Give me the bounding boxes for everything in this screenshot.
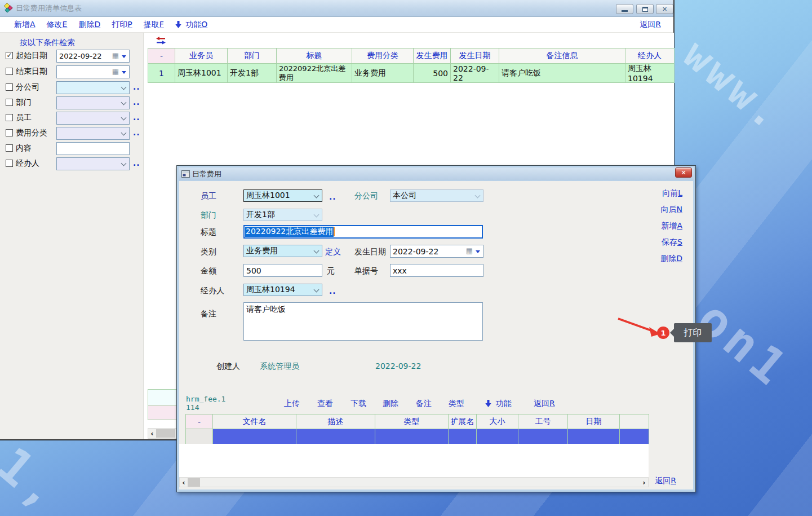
table-cell-amount[interactable]: 500 — [414, 64, 451, 83]
start-date-input[interactable]: 2022-09-22▦ — [56, 50, 130, 63]
handler-more-link[interactable]: .. — [133, 158, 140, 167]
table-cell-title[interactable]: 20220922北京出差费用 — [277, 64, 352, 83]
attachment-row-cell[interactable] — [477, 429, 518, 444]
department-checkbox[interactable] — [6, 99, 13, 106]
table-cell-salesperson[interactable]: 周玉林1001 — [175, 64, 228, 83]
chevron-down-icon[interactable] — [314, 193, 320, 199]
table-cell-department[interactable]: 开发1部 — [228, 64, 277, 83]
chevron-down-icon[interactable] — [121, 85, 127, 90]
define-link[interactable]: 定义 — [325, 247, 341, 257]
scrollbar-thumb[interactable] — [156, 429, 175, 438]
content-input[interactable] — [56, 142, 130, 155]
dropdown-arrow-icon[interactable] — [122, 55, 126, 58]
column-header: 文件名 — [213, 414, 296, 429]
nav-next-button[interactable]: 向后N — [661, 205, 682, 215]
attachment-row-cell[interactable] — [620, 429, 649, 444]
scroll-left-icon[interactable]: ‹ — [148, 430, 156, 437]
table-cell-date[interactable]: 2022-09-22 — [451, 64, 499, 83]
handler-checkbox[interactable] — [6, 160, 13, 167]
employee-more-link[interactable]: .. — [329, 192, 336, 201]
main-title-bar[interactable]: 日常费用清单信息表 ✕ — [0, 0, 673, 17]
employee-select[interactable] — [56, 112, 130, 125]
attach-function-menu-button[interactable]: 功能 — [485, 399, 511, 409]
print-button[interactable]: 打印P — [112, 20, 132, 30]
maximize-button[interactable] — [636, 4, 654, 14]
chevron-down-icon[interactable] — [121, 130, 127, 136]
dialog-title-bar[interactable]: 日常费用 — [179, 167, 694, 180]
branch-more-link[interactable]: .. — [133, 82, 140, 91]
attach-type-button[interactable]: 类型 — [449, 399, 464, 409]
column-header: 业务员 — [175, 48, 228, 64]
handler-select[interactable] — [56, 157, 130, 170]
attach-return-button[interactable]: 返回R — [534, 399, 555, 409]
table-cell-note[interactable]: 请客户吃饭 — [499, 64, 625, 83]
attachment-row-cell[interactable] — [186, 429, 213, 444]
attachment-row-cell[interactable] — [213, 429, 296, 444]
attach-view-button[interactable]: 查看 — [317, 399, 333, 409]
attachment-row-cell[interactable] — [375, 429, 449, 444]
attach-download-button[interactable]: 下载 — [350, 399, 366, 409]
chevron-down-icon[interactable] — [121, 161, 127, 166]
employee-more-link[interactable]: .. — [133, 113, 140, 122]
start-date-checkbox[interactable] — [6, 52, 13, 59]
attachment-row-cell[interactable] — [518, 429, 568, 444]
chevron-down-icon[interactable] — [121, 100, 127, 105]
edit-button[interactable]: 修改E — [47, 20, 68, 30]
category-checkbox[interactable] — [6, 129, 13, 136]
table-cell-handler[interactable]: 周玉林10194 — [625, 64, 675, 83]
swap-columns-icon[interactable] — [156, 37, 166, 46]
scroll-right-icon[interactable]: › — [640, 479, 648, 486]
function-menu-button[interactable]: 功能O — [175, 20, 207, 30]
end-date-input[interactable]: ▦ — [56, 65, 130, 78]
note-textarea[interactable]: 请客户吃饭 — [243, 302, 483, 341]
receipt-input[interactable]: xxx — [390, 264, 483, 277]
attachment-horizontal-scrollbar[interactable]: ‹ › — [179, 477, 649, 487]
scroll-left-icon[interactable]: ‹ — [180, 479, 188, 486]
category-select[interactable] — [56, 127, 130, 140]
attachment-row-cell[interactable] — [449, 429, 477, 444]
category-select[interactable]: 业务费用 — [243, 245, 322, 257]
chevron-down-icon[interactable] — [314, 248, 320, 254]
end-date-checkbox[interactable] — [6, 68, 13, 75]
dialog-return-button[interactable]: 返回R — [655, 476, 676, 486]
department-select[interactable] — [56, 96, 130, 109]
handler-more-link[interactable]: .. — [329, 286, 336, 296]
branch-checkbox[interactable] — [6, 83, 13, 91]
department-more-link[interactable]: .. — [133, 98, 140, 107]
chevron-down-icon[interactable] — [314, 287, 320, 293]
category-more-link[interactable]: .. — [133, 128, 140, 137]
table-cell-category[interactable]: 业务费用 — [352, 64, 414, 83]
nav-delete-button[interactable]: 删除D — [660, 254, 682, 264]
category-label: 费用分类 — [16, 128, 47, 138]
nav-save-button[interactable]: 保存S — [662, 237, 682, 248]
amount-input[interactable]: 500 — [243, 264, 322, 277]
employee-checkbox[interactable] — [6, 114, 13, 121]
handler-select[interactable]: 周玉林10194 — [243, 284, 322, 296]
dialog-close-button[interactable]: ✕ — [675, 167, 692, 178]
close-button[interactable]: ✕ — [656, 4, 673, 14]
branch-select[interactable] — [56, 81, 130, 94]
attach-note-button[interactable]: 备注 — [416, 399, 432, 409]
add-button[interactable]: 新增A — [14, 20, 36, 30]
table-cell-rownum[interactable]: 1 — [148, 64, 175, 83]
nav-add-button[interactable]: 新增A — [661, 221, 682, 231]
extract-button[interactable]: 提取F — [144, 20, 164, 30]
return-button[interactable]: 返回R — [640, 20, 661, 30]
content-checkbox[interactable] — [6, 144, 13, 152]
dropdown-arrow-icon[interactable] — [476, 250, 480, 253]
attach-upload-button[interactable]: 上传 — [284, 399, 300, 409]
date-input[interactable]: 2022-09-22▦ — [390, 245, 483, 258]
employee-select[interactable]: 周玉林1001 — [243, 189, 322, 202]
nav-prev-button[interactable]: 向前L — [662, 188, 682, 199]
minimize-button[interactable] — [616, 4, 633, 14]
branch-select-disabled: 本公司 — [390, 189, 483, 202]
attachment-row-cell[interactable] — [568, 429, 620, 444]
delete-button[interactable]: 删除D — [78, 20, 100, 30]
attach-delete-button[interactable]: 删除 — [383, 399, 398, 409]
attachment-row-cell[interactable] — [296, 429, 375, 444]
title-input[interactable]: 20220922北京出差费用 — [243, 225, 483, 239]
chevron-down-icon[interactable] — [121, 115, 127, 121]
dropdown-arrow-icon[interactable] — [122, 71, 126, 74]
scrollbar-thumb[interactable] — [188, 478, 200, 487]
category-field-label: 类别 — [201, 247, 216, 257]
